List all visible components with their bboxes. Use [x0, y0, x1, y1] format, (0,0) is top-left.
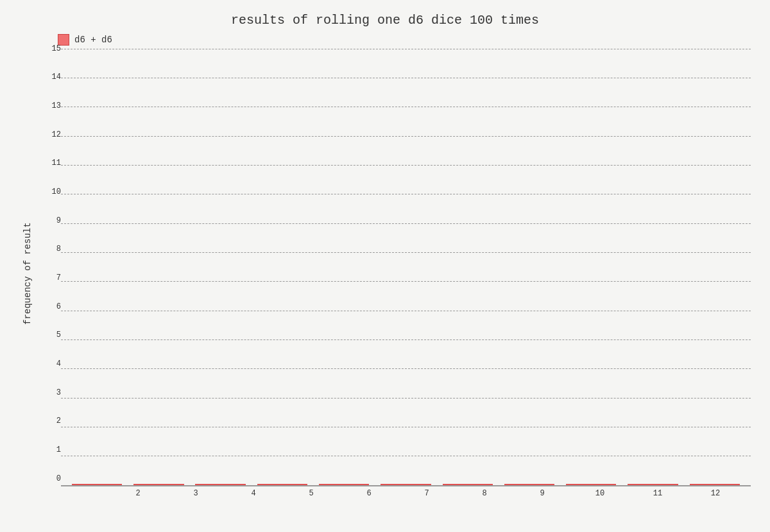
bar-group-12 [685, 484, 744, 485]
bar-5 [257, 484, 307, 485]
bar-4 [195, 484, 245, 485]
x-tick-12: 12 [687, 489, 744, 498]
bar-group-7 [376, 484, 435, 485]
bar-group-2 [67, 484, 126, 485]
chart-title: results of rolling one d6 dice 100 times [19, 13, 751, 28]
x-tick-10: 10 [571, 489, 629, 498]
bar-group-3 [129, 484, 188, 485]
bar-7 [381, 484, 431, 485]
bar-group-8 [438, 484, 497, 485]
bar-group-4 [191, 484, 250, 485]
y-axis: 1514131211109876543210 [38, 49, 61, 479]
x-tick-6: 6 [340, 489, 398, 498]
x-axis: 23456789101112 [103, 486, 751, 498]
x-tick-3: 3 [167, 489, 225, 498]
bar-3 [133, 484, 184, 485]
bar-group-11 [623, 484, 682, 485]
bar-group-9 [500, 484, 559, 485]
chart-legend: d6 + d6 [58, 34, 751, 46]
bar-2 [72, 484, 122, 485]
chart-area: frequency of result 15141312111098765432… [19, 49, 751, 498]
x-tick-11: 11 [629, 489, 687, 498]
x-tick-5: 5 [282, 489, 340, 498]
bars-container [61, 49, 751, 485]
bar-8 [443, 484, 493, 485]
bar-group-10 [561, 484, 620, 485]
x-tick-8: 8 [456, 489, 513, 498]
y-axis-label: frequency of result [19, 49, 35, 498]
plot-area [61, 49, 751, 486]
bar-12 [690, 484, 740, 485]
x-tick-9: 9 [513, 489, 571, 498]
x-tick-7: 7 [398, 489, 456, 498]
bar-10 [566, 484, 616, 485]
bar-group-5 [253, 484, 312, 485]
bar-group-6 [314, 484, 373, 485]
legend-label: d6 + d6 [74, 35, 112, 45]
x-tick-2: 2 [109, 489, 167, 498]
chart-container: results of rolling one d6 dice 100 times… [6, 6, 764, 526]
bar-6 [319, 484, 369, 485]
bar-11 [628, 484, 678, 485]
bar-9 [504, 484, 554, 485]
x-tick-4: 4 [225, 489, 282, 498]
